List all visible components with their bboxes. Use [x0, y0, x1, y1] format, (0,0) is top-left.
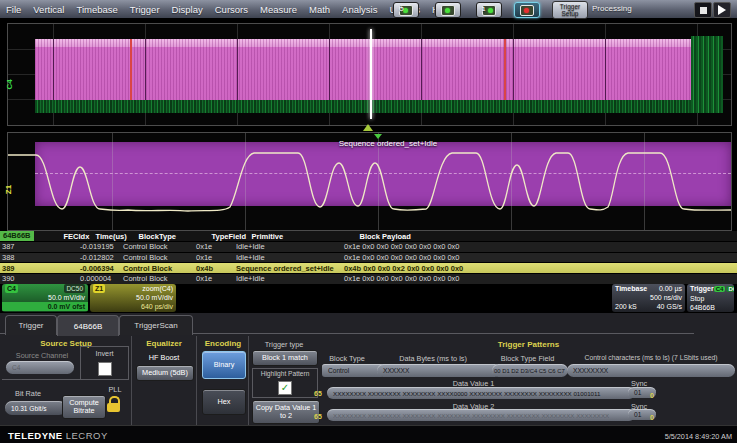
z1-descriptor-box[interactable]: Z1 zoom(C4) 50.0 mV/div 640 ps/div	[90, 284, 176, 312]
auto-trigger-button[interactable]	[435, 2, 461, 18]
source-channel-select[interactable]: C4	[6, 361, 74, 374]
table-row[interactable]: 388 -0.012802 Control Block 0x1e Idle+Id…	[0, 252, 737, 263]
table-row[interactable]: 387 -0.019195 Control Block 0x1e Idle+Id…	[0, 241, 737, 252]
z1-badge: Z1	[93, 284, 105, 293]
decode-result-table: 64B66B FECIdx Time(us) BlockType TypeFie…	[0, 231, 737, 282]
c4-offset: 0.0 mV ofst	[48, 302, 85, 311]
c4-axis-label: C4	[5, 79, 14, 89]
col-time: Time(us)	[96, 232, 139, 241]
c4-coupling: DC50	[64, 284, 85, 293]
trigger-dialog-panel: Trigger 64B66B TriggerScan Source Setup …	[0, 313, 737, 425]
brand-logo: TELEDYNELECROY	[8, 430, 108, 441]
decode-error-marker	[130, 39, 132, 101]
main-waveform-grid[interactable]	[7, 23, 732, 126]
trigger-position-cursor[interactable]	[370, 29, 372, 119]
trigger-mode: Stop	[690, 294, 704, 303]
encoding-title: Encoding	[198, 339, 248, 348]
z1-tdiv: 640 ps/div	[141, 302, 173, 311]
block-type-field-field[interactable]: 00 D1 D2 D3/C4 C5 C6 C7	[492, 364, 568, 377]
play-icon	[718, 5, 726, 15]
control-characters-label: Control characters (ms to ls) (7 LSbits …	[567, 354, 735, 361]
run-acquisition-button[interactable]	[713, 2, 731, 18]
trigger-time-marker-icon[interactable]	[363, 124, 373, 131]
z1-source: zoom(C4)	[142, 284, 173, 293]
data-value-2-field[interactable]: XXXXXXXX XXXXXXXX XXXXXXXX XXXXXXXX XXXX…	[327, 409, 635, 421]
timebase-descriptor-box[interactable]: Timebase 0.00 µs 500 ns/div 200 kS 40 GS…	[612, 284, 685, 312]
menu-file[interactable]: File	[0, 4, 27, 15]
decode-protocol-badge[interactable]: 64B66B	[0, 231, 34, 241]
menu-bar: File Vertical Timebase Trigger Display C…	[0, 0, 737, 18]
invert-label: Invert	[81, 349, 128, 358]
data-value-1-field[interactable]: XXXXXXXX XXXXXXXX XXXXXXXX XXXX0000 XXXX…	[327, 387, 635, 399]
status-bar: TELEDYNELECROY 5/5/2014 8:49:20 AM	[0, 425, 737, 443]
block-type-select[interactable]: Control	[322, 364, 384, 377]
menu-trigger[interactable]: Trigger	[124, 4, 166, 15]
trigger-type: 64B66B	[690, 303, 715, 312]
c4-descriptor-box[interactable]: C4 DC50 50.0 mV/div 0.0 mV ofst	[2, 284, 88, 312]
stop-trigger-button[interactable]	[514, 2, 540, 18]
timebase-rate: 40 GS/s	[657, 302, 682, 311]
menu-cursors[interactable]: Cursors	[209, 4, 254, 15]
control-characters-field[interactable]: XXXXXXXX	[567, 364, 735, 377]
compute-bitrate-button[interactable]: Compute Bitrate	[62, 395, 106, 419]
tab-trigger[interactable]: Trigger	[5, 315, 57, 335]
col-fecidx: FECIdx	[64, 232, 96, 241]
menu-display[interactable]: Display	[166, 4, 209, 15]
trigger-descriptor-box[interactable]: Trigger C4DC Stop 64B66B	[687, 284, 734, 312]
trigger-setup-button[interactable]: Trigger Setup	[552, 1, 588, 19]
pll-label: PLL	[104, 385, 126, 394]
encoding-hex-button[interactable]: Hex	[202, 389, 246, 415]
encoding-binary-button[interactable]: Binary	[202, 351, 246, 379]
decode-error-marker	[504, 39, 506, 101]
stop-acquisition-button[interactable]	[694, 2, 712, 18]
single-trigger-button[interactable]: 1	[476, 2, 502, 18]
processing-label: Processing	[592, 4, 632, 13]
table-row-selected[interactable]: 389 -0.006394 Control Block 0x4b Sequenc…	[0, 262, 737, 273]
c4-trace-noise	[35, 100, 711, 113]
trigger-patterns-title: Trigger Patterns	[320, 340, 737, 349]
copy-data-value-button[interactable]: Copy Data Value 1 to 2	[252, 400, 320, 424]
tab-64b66b[interactable]: 64B66B	[57, 315, 119, 336]
zoom-waveform-grid[interactable]: Sequence ordered_set+Idle	[7, 132, 732, 231]
brand-teledyne: TELEDYNE	[8, 430, 63, 441]
col-typefield: TypeField	[212, 232, 252, 241]
highlight-pattern-label: Highlight Pattern	[253, 370, 317, 377]
data-bytes-label: Data Bytes (ms to ls)	[377, 354, 489, 363]
auto-trigger-icon	[441, 5, 455, 16]
menu-measure[interactable]: Measure	[254, 4, 303, 15]
c4-badge: C4	[5, 284, 18, 293]
source-channel-label: Source Channel	[6, 351, 78, 360]
stop-trigger-icon	[520, 5, 534, 16]
tab-triggerscan[interactable]: TriggerScan	[119, 315, 193, 335]
invert-group: Invert	[80, 346, 129, 380]
decode-annotation: Sequence ordered_set+Idle	[298, 139, 478, 148]
timebase-title: Timebase	[615, 284, 647, 293]
menu-vertical[interactable]: Vertical	[27, 4, 70, 15]
menu-math[interactable]: Math	[303, 4, 336, 15]
menu-analysis[interactable]: Analysis	[336, 4, 383, 15]
block1-match-button[interactable]: Block 1 match	[252, 350, 318, 366]
timebase-delay: 0.00 µs	[659, 284, 682, 293]
sync-2-suffix: 0	[650, 414, 654, 421]
col-blocktype: BlockType	[139, 232, 212, 241]
col-primitive: Primitive	[252, 232, 360, 241]
table-row[interactable]: 390 0.000004 Control Block 0x1e Idle+Idl…	[0, 273, 737, 284]
col-payload: Block Payload	[360, 232, 737, 241]
hf-boost-select[interactable]: Medium (5dB)	[136, 365, 194, 381]
block-type-field-label: Block Type Field	[490, 354, 565, 363]
timer-trigger-icon: ⏱	[399, 5, 413, 16]
timer-trigger-button[interactable]: ⏱	[393, 2, 419, 18]
data-bytes-field[interactable]: XXXXXX	[377, 364, 501, 377]
data-value-2-prefix: 65	[314, 413, 322, 420]
stop-icon	[700, 7, 707, 14]
brand-lecroy: LECROY	[66, 430, 108, 441]
sync-1-suffix: 0	[650, 392, 654, 399]
datetime-label: 5/5/2014 8:49:20 AM	[665, 432, 732, 441]
menu-timebase[interactable]: Timebase	[70, 4, 123, 15]
c4-vdiv: 50.0 mV/div	[48, 293, 85, 302]
highlight-pattern-checkbox[interactable]: ✓	[278, 381, 292, 395]
z1-vdiv: 50.0 mV/div	[136, 293, 173, 302]
data-value-1-prefix: 65	[314, 390, 322, 397]
bit-rate-field[interactable]: 10.31 Gbit/s	[5, 401, 66, 415]
invert-checkbox[interactable]	[98, 362, 112, 376]
